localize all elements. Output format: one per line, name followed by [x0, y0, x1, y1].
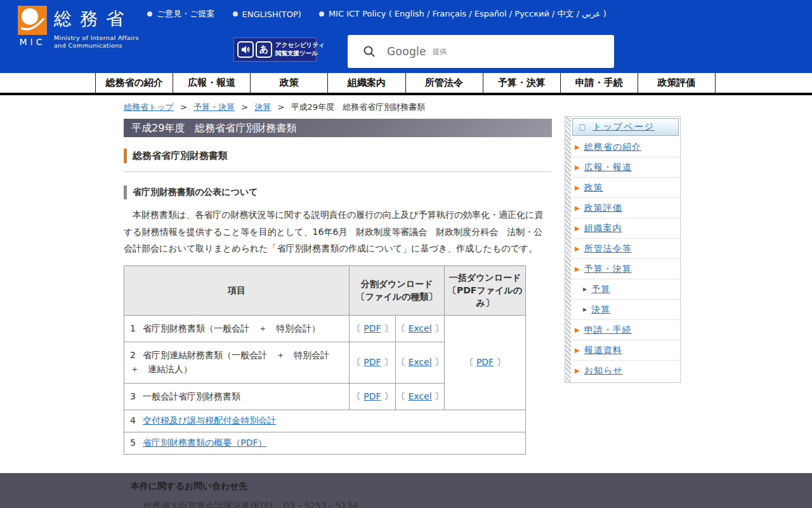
- bracket: 〔: [396, 357, 405, 367]
- sidebar-item-press[interactable]: ▶ 報道資料: [572, 340, 680, 361]
- bracket: 〕: [435, 357, 443, 367]
- sidebar-subitem-budget[interactable]: ▶ 予算: [572, 279, 680, 300]
- section-heading: 総務省省庁別財務書類: [124, 149, 552, 163]
- nav-item-applications[interactable]: 申請・手続: [561, 73, 638, 93]
- sidebar-item-organization[interactable]: ▶ 組織案内: [572, 218, 680, 239]
- pdf-cell: 〔PDF〕: [350, 383, 396, 410]
- excel-download-link[interactable]: Excel: [408, 323, 431, 333]
- sidebar-item-laws[interactable]: ▶ 所管法令等: [572, 239, 680, 259]
- bracket: 〔: [352, 357, 361, 367]
- sidebar-link-label: お知らせ: [584, 365, 623, 377]
- row-label: 省庁別財務書類（一般会計 ＋ 特別会計）: [143, 323, 320, 333]
- sidebar-subitem-settlement[interactable]: ▶ 決算: [572, 300, 680, 320]
- site-header: MIC 総務省 Ministry of Internal Affairs and…: [0, 0, 812, 73]
- overview-pdf-link[interactable]: 省庁別財務書類の概要（PDF）: [143, 438, 267, 448]
- nav-item-organization[interactable]: 組織案内: [328, 73, 405, 93]
- arrow-right-icon: ▶: [575, 205, 580, 211]
- sidebar: □ トップページ ▶ 総務省の紹介 ▶ 広報・報道 ▶ 政策 ▶ 政策評価 ▶ …: [565, 116, 681, 383]
- nav-item-public-relations[interactable]: 広報・報道: [173, 73, 251, 93]
- breadcrumb-link-settlement[interactable]: 決算: [254, 102, 271, 112]
- global-nav: 総務省の紹介 広報・報道 政策 組織案内 所管法令 予算・決算 申請・手続 政策…: [0, 73, 812, 95]
- bracket: 〔: [465, 357, 474, 367]
- english-link[interactable]: ENGLISH(TOP): [233, 10, 301, 19]
- sidebar-item-budget-settlement[interactable]: ▶ 予算・決算: [572, 259, 680, 279]
- bulk-pdf-download-link[interactable]: PDF: [476, 357, 494, 367]
- page-title: 平成29年度 総務省省庁別財務書類: [124, 119, 552, 137]
- breadcrumb-current: 平成29年度 総務省省庁別財務書類: [291, 102, 425, 112]
- english-link-label: ENGLISH(TOP): [242, 10, 301, 19]
- excel-cell: 〔Excel〕: [396, 315, 445, 342]
- bracket: 〕: [384, 391, 393, 401]
- pdf-download-link[interactable]: PDF: [363, 391, 381, 401]
- item-label-cell: 1省庁別財務書類（一般会計 ＋ 特別会計）: [124, 315, 350, 342]
- sidebar-link-label: 決算: [591, 304, 610, 316]
- sidebar-item-top-page[interactable]: □ トップページ: [572, 118, 679, 136]
- special-account-link[interactable]: 交付税及び譲与税配付金特別会計: [143, 415, 276, 425]
- breadcrumb-link-budget[interactable]: 予算・決算: [193, 102, 235, 112]
- search-input[interactable]: Google 提供: [348, 35, 614, 68]
- arrow-right-icon: ▶: [575, 164, 580, 171]
- arrow-right-icon: ▶: [583, 287, 587, 292]
- table-row: 1省庁別財務書類（一般会計 ＋ 特別会計） 〔PDF〕 〔Excel〕 〔PDF…: [124, 315, 526, 342]
- arrow-right-icon: ▶: [575, 368, 580, 374]
- global-nav-menu: 総務省の紹介 広報・報道 政策 組織案内 所管法令 予算・決算 申請・手続 政策…: [95, 73, 716, 93]
- ict-policy-link[interactable]: MIC ICT Policy ( English / Français / Es…: [319, 8, 606, 20]
- excel-download-link[interactable]: Excel: [408, 391, 431, 401]
- pdf-download-link[interactable]: PDF: [363, 323, 381, 333]
- sidebar-link-label: 予算・決算: [584, 264, 632, 275]
- table-row: 5省庁別財務書類の概要（PDF）: [124, 432, 526, 455]
- item-label-cell: 3一般会計省庁別財務書類: [124, 383, 350, 410]
- a-hiragana-icon: あ: [256, 41, 272, 58]
- sidebar-item-public-relations[interactable]: ▶ 広報・報道: [572, 157, 680, 178]
- mic-logo[interactable]: MIC 総務省 Ministry of Internal Affairs and…: [18, 6, 139, 50]
- sidebar-link-label: 総務省の紹介: [584, 142, 641, 153]
- item-label-cell: 2省庁別連結財務書類（一般会計 ＋ 特別会計 ＋ 連結法人）: [124, 342, 350, 383]
- circle-bullet-icon: [233, 11, 238, 17]
- bracket: 〕: [435, 323, 443, 333]
- sidebar-item-policy[interactable]: ▶ 政策: [572, 178, 680, 198]
- col-header-item: 項目: [124, 265, 350, 315]
- arrow-right-icon: ▶: [575, 225, 580, 232]
- header-utility-links: ご意見・ご提案 ENGLISH(TOP) MIC ICT Policy ( En…: [147, 8, 606, 20]
- sidebar-item-news[interactable]: ▶ お知らせ: [572, 361, 680, 381]
- pdf-download-link[interactable]: PDF: [363, 357, 381, 367]
- nav-item-about[interactable]: 総務省の紹介: [96, 73, 173, 93]
- row-number: 4: [130, 415, 136, 425]
- main-content: 総務省トップ > 予算・決算 > 決算 > 平成29年度 総務省省庁別財務書類 …: [124, 102, 552, 508]
- sidebar-link-label: 組織案内: [584, 223, 622, 234]
- arrow-right-icon: ▶: [583, 307, 587, 312]
- nav-item-policy-evaluation[interactable]: 政策評価: [638, 73, 716, 93]
- sidebar-item-policy-evaluation[interactable]: ▶ 政策評価: [572, 198, 680, 218]
- row-number: 1: [130, 323, 136, 333]
- accessibility-badge-line2: 閲覧支援ツール: [275, 50, 325, 58]
- breadcrumb-link-home[interactable]: 総務省トップ: [124, 102, 174, 112]
- row-number: 2: [130, 350, 136, 360]
- bracket: 〔: [396, 323, 405, 333]
- sidebar-item-applications[interactable]: ▶ 申請・手続: [572, 320, 680, 340]
- breadcrumb: 総務省トップ > 予算・決算 > 決算 > 平成29年度 総務省省庁別財務書類: [124, 102, 552, 113]
- excel-download-link[interactable]: Excel: [408, 357, 431, 367]
- accessibility-badge-line1: アクセシビリティ: [275, 41, 325, 50]
- arrow-right-icon: ▶: [575, 246, 580, 252]
- accessibility-badge-label: アクセシビリティ 閲覧支援ツール: [275, 41, 325, 58]
- table-row: 4交付税及び譲与税配付金特別会計: [124, 410, 526, 432]
- logo-subtitle: Ministry of Internal Affairs and Communi…: [54, 34, 139, 50]
- sidebar-link-label: 政策: [584, 182, 603, 194]
- table-header-row: 項目 分割ダウンロード 〔ファイルの種類〕 一括ダウンロード 〔PDFファイルの…: [124, 265, 526, 315]
- nav-item-budget[interactable]: 予算・決算: [483, 73, 561, 93]
- sidebar-item-about[interactable]: ▶ 総務省の紹介: [572, 137, 680, 157]
- nav-item-policy[interactable]: 政策: [251, 73, 328, 93]
- bracket: 〕: [496, 357, 505, 367]
- accessibility-tool-badge[interactable]: あ アクセシビリティ 閲覧支援ツール: [233, 37, 317, 62]
- arrow-right-icon: ▶: [575, 185, 580, 191]
- search-placeholder-brand: Google: [387, 45, 426, 58]
- nav-item-laws[interactable]: 所管法令: [406, 73, 483, 93]
- contact-section: 本件に関するお問い合わせ先 総務省大臣官房会計課決算係TEL 03－5253－5…: [124, 481, 552, 508]
- breadcrumb-separator: >: [180, 102, 187, 112]
- logo-subtitle-line1: Ministry of Internal Affairs: [54, 34, 139, 42]
- feedback-link[interactable]: ご意見・ご提案: [147, 8, 215, 20]
- logo-mic-text: MIC: [20, 37, 46, 47]
- sidebar-link-label: 報道資料: [584, 345, 622, 356]
- ict-policy-link-label: MIC ICT Policy ( English / Français / Es…: [329, 8, 606, 20]
- bracket: 〔: [352, 323, 361, 333]
